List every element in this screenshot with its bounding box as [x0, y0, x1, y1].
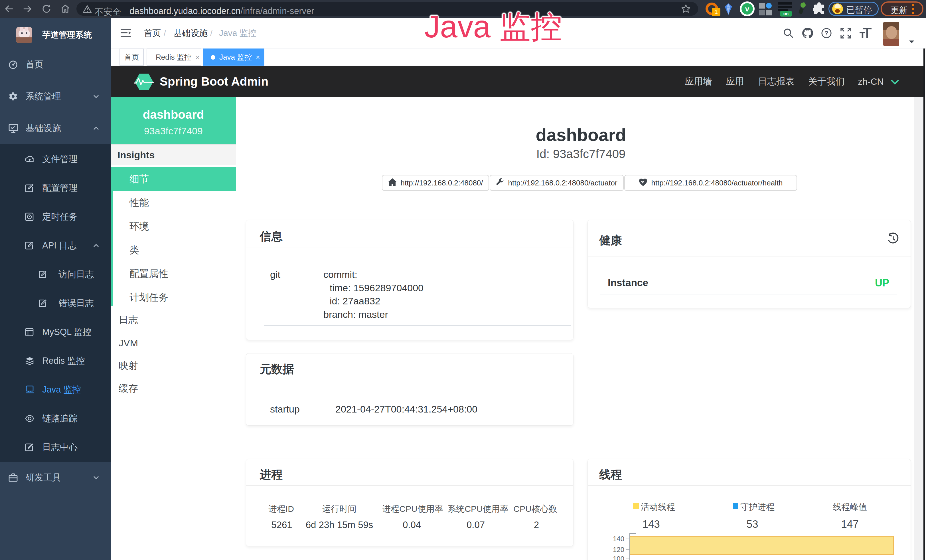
svg-text:?: ?	[825, 30, 828, 37]
